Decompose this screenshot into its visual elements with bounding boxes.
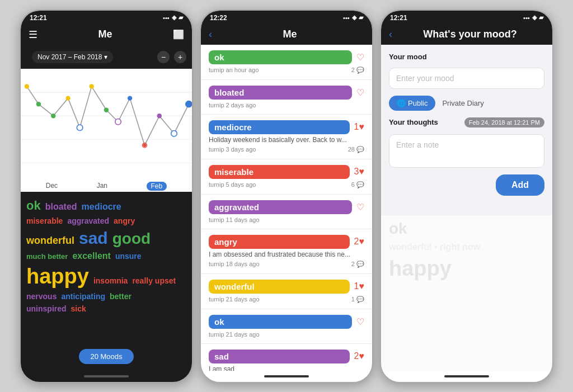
status-bar-3: 12:21 ▪▪▪ ◈ ▰ [381, 11, 552, 24]
svg-point-12 [128, 96, 132, 100]
mood-author-angry: turnip 18 days ago [209, 261, 260, 268]
mood-heart-angry[interactable]: 2♥ [354, 237, 364, 247]
privacy-row: 🌐 Public Private Diary [389, 96, 544, 111]
moods-count-button[interactable]: 20 Moods [79, 349, 133, 364]
wc-wonderful[interactable]: wonderful [26, 235, 74, 247]
wc-nervous[interactable]: nervous [26, 292, 57, 301]
wc-miserable[interactable]: miserable [26, 216, 63, 225]
back-button-2[interactable]: ‹ [209, 29, 212, 40]
mood-heart-mediocre[interactable]: 1♥ [354, 122, 364, 132]
mood-meta-mediocre: turnip 3 days ago 28 💬 [209, 146, 364, 153]
add-button[interactable]: Add [496, 174, 544, 196]
mood-item-bloated[interactable]: bloated ♡ turnip 2 days ago [201, 80, 372, 115]
status-icons-1: ▪▪▪ ◈ ▰ [163, 14, 183, 21]
mood-item-sad[interactable]: sad 2♥ I am sad turnip 25 days ago 1 💬 [201, 344, 372, 371]
mood-item-ok[interactable]: ok ♡ turnip an hour ago 2 💬 [201, 45, 372, 80]
mood-input-field[interactable]: Enter your mood [389, 68, 544, 89]
wc-ok[interactable]: ok [26, 199, 41, 213]
mood-meta-ok2: turnip 21 days ago [209, 331, 364, 338]
phone-1: 12:21 ▪▪▪ ◈ ▰ ☰ Me ⬜ Nov 2017 – Feb 2018… [20, 10, 193, 383]
phone3-faded-content: ok wonderful • right now happy [381, 215, 552, 371]
chart-area [21, 69, 192, 181]
zoom-in-button[interactable]: + [174, 51, 186, 63]
wc-really-upset[interactable]: really upset [132, 276, 176, 285]
time-1: 12:21 [30, 14, 47, 22]
mood-comments-ok: 2 💬 [351, 67, 364, 74]
mood-section-label: Your mood [389, 53, 544, 61]
note-input-field[interactable]: Enter a note [389, 134, 544, 168]
home-indicator-1 [21, 371, 192, 382]
share-icon[interactable]: ⬜ [173, 29, 184, 40]
wc-much-better[interactable]: much better [26, 252, 68, 261]
thoughts-row: Your thoughts Feb 24, 2018 at 12:21 PM [389, 117, 544, 127]
status-icons-2: ▪▪▪ ◈ ▰ [343, 14, 363, 21]
wc-excellent[interactable]: excellent [72, 251, 110, 261]
chevron-down-icon: ▾ [104, 53, 107, 61]
mood-heart-ok[interactable]: ♡ [356, 52, 364, 63]
mood-heart-miserable[interactable]: 3♥ [354, 167, 364, 177]
wc-anticipating[interactable]: anticipating [61, 292, 105, 301]
signal-icon-3: ▪▪▪ [523, 15, 530, 21]
wc-unsure[interactable]: unsure [115, 252, 142, 261]
svg-point-19 [115, 119, 121, 125]
mood-item-aggravated[interactable]: aggravated ♡ turnip 11 days ago [201, 195, 372, 229]
mood-item-angry-header: angry 2♥ [209, 235, 364, 249]
mood-item-sad-header: sad 2♥ [209, 350, 364, 363]
svg-point-7 [65, 96, 70, 100]
date-range-row: Nov 2017 – Feb 2018 ▾ − + [21, 45, 192, 69]
public-button[interactable]: 🌐 Public [389, 96, 435, 111]
wc-sick[interactable]: sick [71, 304, 86, 313]
mood-heart-aggravated[interactable]: ♡ [356, 202, 364, 212]
word-cloud: ok bloated mediocre miserable aggravated… [21, 192, 192, 371]
wc-mediocre[interactable]: mediocre [82, 202, 121, 212]
home-bar-2 [264, 375, 309, 377]
wc-row-7: uninspired sick [26, 304, 186, 313]
phone2-header: ‹ Me [201, 24, 372, 45]
time-2: 12:22 [210, 14, 227, 22]
mood-badge-sad: sad [209, 350, 350, 363]
mood-item-mediocre[interactable]: mediocre 1♥ Holiday weekend is basically… [201, 115, 372, 159]
month-jan: Jan [97, 182, 107, 191]
wc-bloated[interactable]: bloated [45, 202, 77, 212]
wc-aggravated[interactable]: aggravated [67, 216, 109, 225]
mood-item-wonderful-header: wonderful 1♥ [209, 280, 364, 294]
phone-2: 12:22 ▪▪▪ ◈ ▰ ‹ Me ok ♡ turnip an hour a… [200, 10, 373, 383]
mood-heart-sad[interactable]: 2♥ [354, 351, 364, 361]
mood-item-miserable[interactable]: miserable 3♥ turnip 5 days ago 6 💬 [201, 159, 372, 195]
svg-point-10 [104, 107, 109, 112]
mood-heart-wonderful[interactable]: 1♥ [354, 281, 364, 291]
mood-heart-bloated[interactable]: ♡ [356, 87, 364, 98]
mood-item-wonderful[interactable]: wonderful 1♥ turnip 21 days ago 1 💬 [201, 274, 372, 309]
wifi-icon: ◈ [172, 14, 176, 21]
mood-heart-ok2[interactable]: ♡ [356, 317, 364, 327]
mood-chart [21, 69, 192, 181]
mood-item-miserable-header: miserable 3♥ [209, 165, 364, 179]
mood-meta-angry: turnip 18 days ago 2 💬 [209, 261, 364, 268]
wifi-icon-3: ◈ [532, 14, 537, 21]
globe-icon: 🌐 [397, 99, 406, 107]
hamburger-icon[interactable]: ☰ [29, 29, 37, 41]
mood-item-ok2[interactable]: ok ♡ turnip 21 days ago [201, 309, 372, 344]
date-range-button[interactable]: Nov 2017 – Feb 2018 ▾ [32, 51, 113, 63]
status-bar-1: 12:21 ▪▪▪ ◈ ▰ [21, 11, 192, 24]
mood-item-angry[interactable]: angry 2♥ I am obsessed and frustrated be… [201, 229, 372, 274]
phone3-header: ‹ What's your mood? [381, 24, 552, 45]
mood-item-ok2-header: ok ♡ [209, 315, 364, 329]
private-diary-button[interactable]: Private Diary [442, 99, 483, 107]
mood-comments-wonderful: 1 💬 [351, 296, 364, 303]
signal-icon-2: ▪▪▪ [343, 15, 350, 21]
wc-happy[interactable]: happy [26, 265, 89, 289]
home-bar-1 [84, 375, 129, 377]
wc-sad[interactable]: sad [79, 229, 108, 248]
wc-uninspired[interactable]: uninspired [26, 304, 67, 313]
wc-angry[interactable]: angry [114, 216, 135, 225]
wc-better[interactable]: better [110, 292, 131, 301]
back-button-3[interactable]: ‹ [389, 29, 392, 40]
wc-good[interactable]: good [112, 230, 151, 248]
wc-insomnia[interactable]: insomnia [93, 276, 128, 285]
zoom-out-button[interactable]: − [157, 51, 170, 63]
screenshots-container: 12:21 ▪▪▪ ◈ ▰ ☰ Me ⬜ Nov 2017 – Feb 2018… [0, 0, 573, 392]
mood-author-ok2: turnip 21 days ago [209, 331, 260, 338]
wc-row-4: much better excellent unsure [26, 251, 186, 261]
mood-comments-miserable: 6 💬 [351, 181, 364, 188]
